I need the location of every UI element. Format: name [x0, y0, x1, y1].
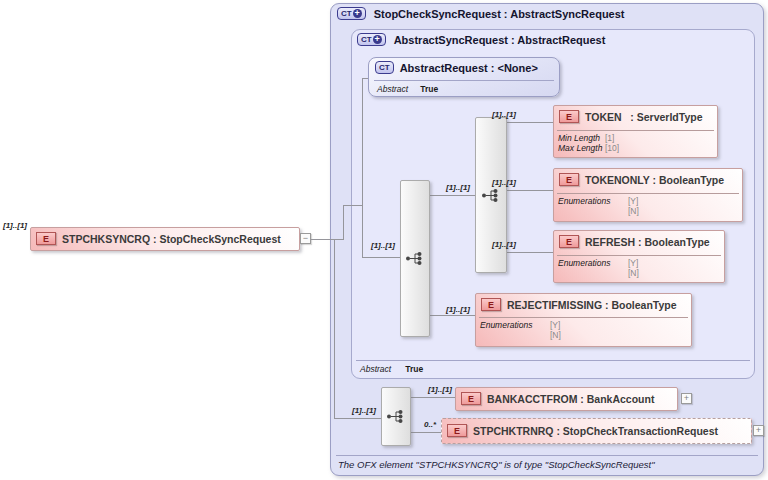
schema-diagram: CT+ StopCheckSyncRequest : AbstractSyncR…	[0, 0, 768, 480]
facet-name: Max Length	[558, 143, 605, 153]
element-bankacctfrom[interactable]: E BANKACCTFROM : BankAccount	[455, 387, 678, 411]
abstract-property-value: True	[420, 84, 438, 94]
complextype-stopchecksyncrequest-header[interactable]: CT+ StopCheckSyncRequest : AbstractSyncR…	[337, 7, 625, 20]
facet-value: [10]	[605, 143, 619, 153]
element-title: TOKEN : ServerIdType	[585, 111, 702, 123]
connector-line	[507, 190, 553, 191]
facet-value: [Y]	[628, 196, 638, 206]
facet-value: [1]	[605, 133, 614, 143]
collapse-toggle[interactable]: −	[300, 233, 311, 244]
connector-line	[430, 195, 475, 196]
element-title: TOKENONLY : BooleanType	[585, 174, 724, 186]
complextype-title: AbstractRequest : <None>	[400, 62, 538, 74]
footer-note: The OFX element "STPCHKSYNCRQ" is of typ…	[338, 459, 655, 470]
facet-row: Min Length [1]	[558, 133, 614, 143]
abstract-property-value: True	[405, 364, 423, 374]
facet-row: Enumerations [Y]	[480, 320, 560, 330]
element-icon: E	[559, 173, 579, 186]
facet-name	[558, 206, 628, 216]
abstract-property-row: Abstract True	[377, 84, 438, 94]
element-occurrence: [1]..[1]	[492, 110, 516, 119]
connector-line	[362, 78, 368, 79]
facet-row: Enumerations [Y]	[558, 196, 638, 206]
connector-line	[362, 78, 363, 258]
sequence-occurrence: [1]..[1]	[446, 183, 470, 192]
element-occurrence: [1]..[1]	[492, 178, 516, 187]
facet-value: [N]	[550, 330, 561, 340]
sequence-compositor[interactable]	[381, 387, 411, 446]
abstract-property-name: Abstract	[360, 364, 391, 374]
abstract-row-divider	[374, 80, 554, 81]
element-icon: E	[36, 232, 56, 245]
facet-name: Enumerations	[558, 196, 628, 206]
facet-name: Enumerations	[558, 258, 628, 268]
element-icon: E	[481, 298, 501, 311]
sequence-icon	[481, 188, 501, 203]
connector-line	[430, 315, 475, 316]
complextype-abstractsyncrequest-header[interactable]: CT+ AbstractSyncRequest : AbstractReques…	[357, 33, 605, 46]
facet-value: [N]	[628, 206, 639, 216]
connector-line	[507, 122, 553, 123]
connector-line	[411, 397, 455, 398]
sequence-compositor[interactable]	[475, 117, 507, 273]
connector-line	[362, 257, 400, 258]
facet-row: [N]	[558, 268, 639, 278]
element-occurrence: 0..*	[424, 420, 436, 429]
element-icon: E	[447, 424, 467, 437]
element-title: BANKACCTFROM : BankAccount	[487, 393, 654, 405]
element-icon: E	[461, 392, 481, 405]
facet-name	[558, 268, 628, 278]
facet-divider	[557, 193, 739, 194]
sequence-icon	[405, 251, 425, 266]
facet-row: Enumerations [Y]	[558, 258, 638, 268]
element-stpchksyncrq[interactable]: E STPCHKSYNCRQ : StopCheckSyncRequest	[30, 227, 300, 251]
facet-divider	[479, 317, 688, 318]
facet-name: Enumerations	[480, 320, 550, 330]
facet-value: [N]	[628, 268, 639, 278]
abstract-property-row: Abstract True	[360, 364, 423, 374]
expand-toggle[interactable]: +	[753, 425, 764, 436]
facet-divider	[557, 130, 714, 131]
connector-line	[334, 239, 335, 418]
facet-row: Max Length [10]	[558, 143, 619, 153]
element-stpchktrnrq[interactable]: E STPCHKTRNRQ : StopCheckTransactionRequ…	[441, 418, 752, 444]
sequence-occurrence: [1]..[1]	[371, 241, 395, 250]
sequence-occurrence: [1]..[1]	[352, 406, 376, 415]
connector-line	[411, 432, 441, 433]
complex-type-icon: CT	[375, 61, 394, 74]
element-occurrence: [1]..[1]	[492, 240, 516, 249]
connector-line	[334, 418, 382, 419]
complextype-abstractrequest-header: CT AbstractRequest : <None>	[375, 61, 538, 74]
complex-type-plus-icon: CT+	[357, 33, 386, 46]
connector-line	[343, 205, 362, 206]
facet-value: [Y]	[628, 258, 638, 268]
root-element-occurrence: [1]..[1]	[3, 221, 27, 230]
facet-name: Min Length	[558, 133, 605, 143]
facet-row: [N]	[558, 206, 639, 216]
element-occurrence: [1]..[1]	[446, 305, 470, 314]
element-icon: E	[559, 235, 579, 248]
facet-name	[480, 330, 550, 340]
element-title: REJECTIFMISSING : BooleanType	[507, 299, 677, 311]
complextype-title: AbstractSyncRequest : AbstractRequest	[394, 34, 606, 46]
abstract-property-name: Abstract	[377, 84, 408, 94]
abstract-row-divider	[356, 360, 750, 361]
sequence-compositor[interactable]	[400, 180, 430, 337]
complex-type-plus-icon: CT+	[337, 7, 366, 20]
facet-row: [N]	[480, 330, 561, 340]
footer-divider	[336, 455, 758, 456]
sequence-icon	[386, 409, 406, 424]
expand-toggle[interactable]: +	[681, 393, 692, 404]
connector-line	[343, 205, 344, 240]
element-title: STPCHKSYNCRQ : StopCheckSyncRequest	[62, 233, 281, 245]
connector-line	[507, 252, 553, 253]
element-occurrence: [1]..[1]	[428, 385, 452, 394]
facet-value: [Y]	[550, 320, 560, 330]
element-title: REFRESH : BooleanType	[585, 236, 710, 248]
connector-line	[311, 239, 343, 240]
element-title: STPCHKTRNRQ : StopCheckTransactionReques…	[473, 425, 718, 437]
facet-divider	[557, 255, 721, 256]
element-icon: E	[559, 110, 579, 123]
complextype-title: StopCheckSyncRequest : AbstractSyncReque…	[374, 8, 625, 20]
